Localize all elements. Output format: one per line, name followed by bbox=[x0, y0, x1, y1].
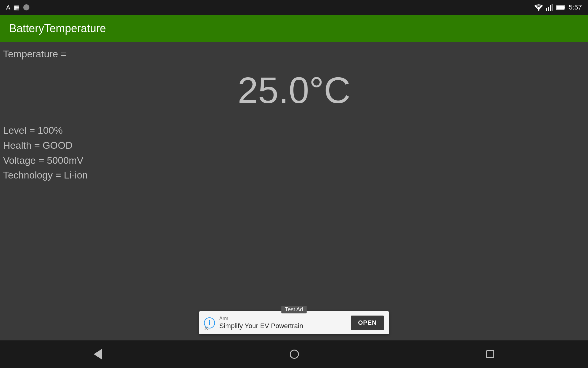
wifi-icon bbox=[534, 4, 543, 11]
ad-test-badge: Test Ad bbox=[281, 306, 307, 313]
temperature-display: 25.0°C bbox=[3, 69, 585, 111]
signal-icon bbox=[546, 4, 553, 11]
svg-rect-6 bbox=[556, 6, 564, 9]
temperature-label: Temperature = bbox=[3, 48, 585, 60]
home-button[interactable] bbox=[277, 347, 311, 362]
app-bar: BatteryTemperature bbox=[0, 15, 588, 42]
voltage-row: Voltage = 5000mV bbox=[3, 154, 585, 167]
ad-close-icon[interactable]: ✕ bbox=[204, 325, 209, 332]
battery-icon bbox=[556, 5, 566, 10]
ad-sponsor: Arm bbox=[219, 316, 346, 321]
svg-rect-7 bbox=[564, 6, 565, 8]
svg-rect-3 bbox=[550, 5, 551, 11]
status-bar: A ▦ 5:57 bbox=[0, 0, 588, 15]
status-time: 5:57 bbox=[569, 3, 582, 11]
ad-open-button[interactable]: OPEN bbox=[351, 316, 384, 330]
ad-headline: Simplify Your EV Powertrain bbox=[219, 322, 346, 330]
circle-icon bbox=[23, 4, 29, 10]
level-row: Level = 100% bbox=[3, 124, 585, 137]
status-left-icons: A ▦ bbox=[6, 4, 29, 11]
app-title: BatteryTemperature bbox=[9, 22, 106, 35]
health-row: Health = GOOD bbox=[3, 139, 585, 152]
svg-rect-2 bbox=[548, 7, 549, 11]
keyboard-icon: A bbox=[6, 4, 10, 11]
status-right-icons: 5:57 bbox=[534, 3, 582, 11]
svg-rect-4 bbox=[552, 4, 553, 11]
svg-point-0 bbox=[538, 9, 540, 11]
sim-icon: ▦ bbox=[14, 4, 20, 11]
nav-bar bbox=[0, 340, 588, 368]
battery-info: Level = 100% Health = GOOD Voltage = 500… bbox=[3, 124, 585, 182]
back-button[interactable] bbox=[81, 346, 115, 363]
svg-rect-1 bbox=[546, 8, 547, 11]
main-content: Temperature = 25.0°C Level = 100% Health… bbox=[0, 42, 588, 340]
ad-text-area: Arm Simplify Your EV Powertrain bbox=[219, 316, 346, 330]
technology-row: Technology = Li-ion bbox=[3, 168, 585, 182]
recent-button[interactable] bbox=[474, 347, 507, 361]
ad-banner: Test Ad i Arm Simplify Your EV Powertrai… bbox=[199, 311, 389, 334]
